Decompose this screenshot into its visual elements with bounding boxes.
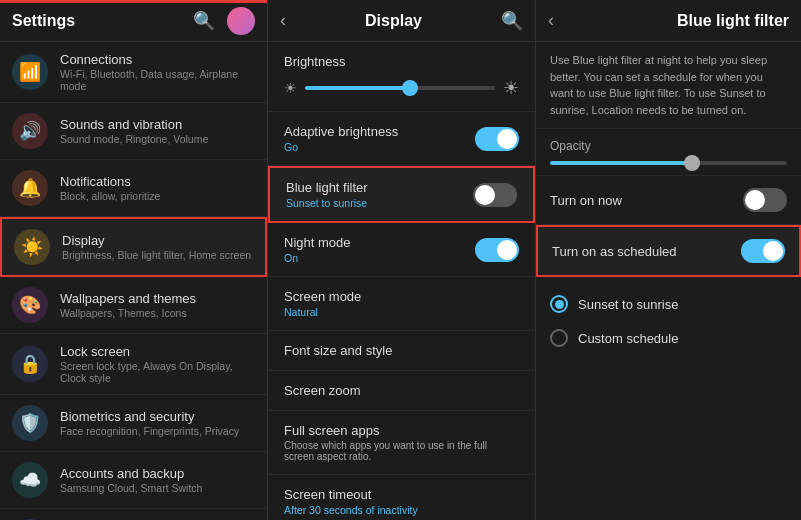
red-bar (0, 0, 267, 3)
sidebar-item-connections[interactable]: 📶ConnectionsWi-Fi, Bluetooth, Data usage… (0, 42, 267, 103)
turn-on-scheduled-row[interactable]: Turn on as scheduled (536, 225, 801, 277)
turn-on-now-label: Turn on now (550, 193, 622, 208)
opacity-track[interactable] (550, 161, 787, 165)
avatar (227, 7, 255, 35)
notifications-title: Notifications (60, 174, 160, 189)
sounds-icon: 🔊 (12, 113, 48, 149)
sunset-radio-inner (555, 300, 564, 309)
accounts-sub: Samsung Cloud, Smart Switch (60, 482, 202, 494)
night-sub: On (284, 252, 350, 264)
night-mode-item[interactable]: Night mode On (268, 223, 535, 277)
search-icon[interactable]: 🔍 (193, 10, 215, 32)
settings-list: 📶ConnectionsWi-Fi, Bluetooth, Data usage… (0, 42, 267, 520)
accounts-title: Accounts and backup (60, 466, 202, 481)
settings-panel: Settings 🔍 📶ConnectionsWi-Fi, Bluetooth,… (0, 0, 268, 520)
display-title: Display (365, 12, 422, 30)
blf-sub: Sunset to sunrise (286, 197, 368, 209)
notifications-icon: 🔔 (12, 170, 48, 206)
turn-on-scheduled-label: Turn on as scheduled (552, 244, 677, 259)
schedule-options: Sunset to sunrise Custom schedule (536, 277, 801, 365)
font-title: Font size and style (284, 343, 519, 358)
accounts-icon: ☁️ (12, 462, 48, 498)
sunset-radio[interactable] (550, 295, 568, 313)
screen-mode-title: Screen mode (284, 289, 361, 304)
settings-title: Settings (12, 12, 75, 30)
wallpapers-sub: Wallpapers, Themes, Icons (60, 307, 196, 319)
night-title: Night mode (284, 235, 350, 250)
adaptive-title: Adaptive brightness (284, 124, 398, 139)
notifications-sub: Block, allow, prioritize (60, 190, 160, 202)
opacity-section: Opacity (536, 129, 801, 176)
sunset-label: Sunset to sunrise (578, 297, 678, 312)
sidebar-item-google[interactable]: GGoogleGoogle settings (0, 509, 267, 520)
adaptive-sub: Go (284, 141, 398, 153)
font-item[interactable]: Font size and style (268, 331, 535, 371)
opacity-label: Opacity (550, 139, 787, 153)
adaptive-brightness-item[interactable]: Adaptive brightness Go (268, 112, 535, 166)
sounds-sub: Sound mode, Ringtone, Volume (60, 133, 208, 145)
timeout-sub: After 30 seconds of inactivity (284, 504, 519, 516)
brightness-slider-row: ☀ ☀ (284, 77, 519, 99)
brightness-high-icon: ☀ (503, 77, 519, 99)
custom-radio[interactable] (550, 329, 568, 347)
biometrics-icon: 🛡️ (12, 405, 48, 441)
screen-mode-sub: Natural (284, 306, 361, 318)
blf-title: Blue light filter (677, 12, 789, 30)
display-header: ‹ Display 🔍 (268, 0, 535, 42)
sidebar-item-sounds[interactable]: 🔊Sounds and vibrationSound mode, Rington… (0, 103, 267, 160)
brightness-label: Brightness (284, 54, 519, 69)
connections-sub: Wi-Fi, Bluetooth, Data usage, Airplane m… (60, 68, 255, 92)
display-icon: ☀️ (14, 229, 50, 265)
screen-mode-item[interactable]: Screen mode Natural (268, 277, 535, 331)
display-sub: Brightness, Blue light filter, Home scre… (62, 249, 251, 261)
biometrics-title: Biometrics and security (60, 409, 239, 424)
custom-label: Custom schedule (578, 331, 678, 346)
brightness-track[interactable] (305, 86, 495, 90)
blf-back-icon[interactable]: ‹ (548, 10, 554, 31)
display-list: Adaptive brightness Go Blue light filter… (268, 112, 535, 520)
screen-timeout-item[interactable]: Screen timeout After 30 seconds of inact… (268, 475, 535, 520)
turn-on-now-toggle[interactable] (743, 188, 787, 212)
screen-zoom-item[interactable]: Screen zoom (268, 371, 535, 411)
lockscreen-sub: Screen lock type, Always On Display, Clo… (60, 360, 255, 384)
search-icon-mid[interactable]: 🔍 (501, 10, 523, 32)
wallpapers-icon: 🎨 (12, 287, 48, 323)
adaptive-toggle[interactable] (475, 127, 519, 151)
blf-toggle[interactable] (473, 183, 517, 207)
connections-title: Connections (60, 52, 255, 67)
blf-item[interactable]: Blue light filter Sunset to sunrise (268, 166, 535, 223)
lockscreen-icon: 🔒 (12, 346, 48, 382)
blf-panel: ‹ Blue light filter Use Blue light filte… (536, 0, 801, 520)
sidebar-item-biometrics[interactable]: 🛡️Biometrics and securityFace recognitio… (0, 395, 267, 452)
turn-on-now-row[interactable]: Turn on now (536, 176, 801, 225)
zoom-title: Screen zoom (284, 383, 519, 398)
opacity-thumb[interactable] (684, 155, 700, 171)
biometrics-sub: Face recognition, Fingerprints, Privacy (60, 425, 239, 437)
sidebar-item-display[interactable]: ☀️DisplayBrightness, Blue light filter, … (0, 217, 267, 277)
timeout-title: Screen timeout (284, 487, 519, 502)
sidebar-item-notifications[interactable]: 🔔NotificationsBlock, allow, prioritize (0, 160, 267, 217)
brightness-section: Brightness ☀ ☀ (268, 42, 535, 112)
blf-title: Blue light filter (286, 180, 368, 195)
fullscreen-apps-item[interactable]: Full screen apps Choose which apps you w… (268, 411, 535, 475)
turn-on-scheduled-toggle[interactable] (741, 239, 785, 263)
wallpapers-title: Wallpapers and themes (60, 291, 196, 306)
custom-option[interactable]: Custom schedule (550, 321, 787, 355)
fullscreen-sub: Choose which apps you want to use in the… (284, 440, 519, 462)
sidebar-item-lockscreen[interactable]: 🔒Lock screenScreen lock type, Always On … (0, 334, 267, 395)
blf-description: Use Blue light filter at night to help y… (536, 42, 801, 129)
night-toggle[interactable] (475, 238, 519, 262)
header-icons: 🔍 (193, 7, 255, 35)
sunset-option[interactable]: Sunset to sunrise (550, 287, 787, 321)
brightness-thumb[interactable] (402, 80, 418, 96)
sidebar-item-wallpapers[interactable]: 🎨Wallpapers and themesWallpapers, Themes… (0, 277, 267, 334)
opacity-slider[interactable] (550, 161, 787, 165)
sidebar-item-accounts[interactable]: ☁️Accounts and backupSamsung Cloud, Smar… (0, 452, 267, 509)
fullscreen-title: Full screen apps (284, 423, 519, 438)
settings-header: Settings 🔍 (0, 0, 267, 42)
brightness-fill (305, 86, 410, 90)
lockscreen-title: Lock screen (60, 344, 255, 359)
blf-header: ‹ Blue light filter (536, 0, 801, 42)
sounds-title: Sounds and vibration (60, 117, 208, 132)
back-icon[interactable]: ‹ (280, 10, 286, 31)
